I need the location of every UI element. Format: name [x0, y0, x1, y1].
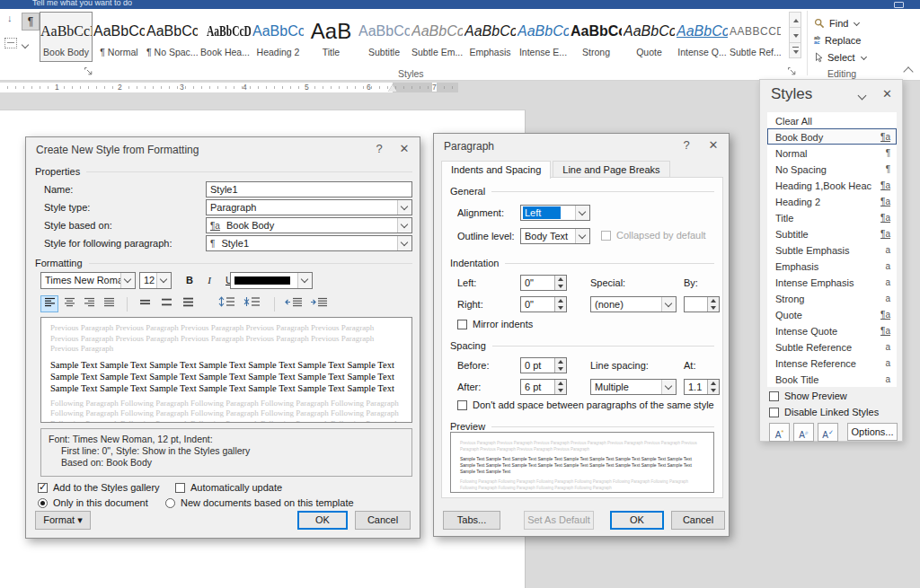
style-gallery-item[interactable]: AaBbCcDc Quote: [623, 12, 676, 62]
show-preview-checkbox[interactable]: Show Preview: [769, 391, 847, 401]
gallery-scroll-down-button[interactable]: [789, 27, 801, 43]
indent-right-spinner[interactable]: 0": [520, 296, 567, 312]
collapsed-by-default-checkbox[interactable]: Collapsed by default: [601, 230, 706, 241]
styles-pane-close-icon[interactable]: ✕: [882, 87, 892, 101]
tabs-button[interactable]: Tabs...: [443, 511, 500, 530]
style-gallery-item[interactable]: AaBbCcDdE Book Hea...: [199, 12, 252, 62]
close-icon[interactable]: ✕: [391, 137, 418, 161]
styles-list-item[interactable]: Normal ¶: [767, 145, 897, 161]
styles-list-item[interactable]: Heading 2 ¶a: [767, 193, 897, 209]
name-input[interactable]: Style1: [206, 181, 412, 197]
font-name-dropdown[interactable]: Times New Roman: [40, 272, 136, 289]
new-style-button[interactable]: A*: [769, 423, 790, 442]
double-spacing-button[interactable]: [179, 295, 197, 312]
align-right-button[interactable]: [80, 295, 98, 312]
style-gallery-item[interactable]: AaBbCcDc Subtle Em...: [411, 12, 464, 62]
align-justify-button[interactable]: [100, 295, 118, 312]
italic-button[interactable]: I: [200, 272, 218, 289]
single-spacing-button[interactable]: [136, 295, 154, 312]
manage-styles-button[interactable]: A✓: [818, 423, 838, 442]
decrease-space-after-button[interactable]: [242, 295, 263, 312]
style-gallery-item[interactable]: AaBbCcDc Emphasis: [464, 12, 517, 62]
options-button[interactable]: Options...: [847, 423, 898, 441]
gallery-scroll-up-button[interactable]: [789, 12, 801, 28]
indent-left-spinner[interactable]: 0": [520, 275, 567, 291]
outline-level-dropdown[interactable]: Body Text: [520, 228, 590, 244]
increase-indent-button[interactable]: [308, 295, 330, 312]
styles-list-item[interactable]: Quote ¶a: [767, 306, 897, 322]
styles-list-item[interactable]: Emphasis a: [767, 258, 897, 274]
gallery-more-button[interactable]: [789, 42, 801, 58]
ok-button[interactable]: OK: [610, 511, 664, 530]
style-gallery-item[interactable]: AaBbCcDc Intense Q...: [676, 12, 729, 62]
font-size-dropdown[interactable]: 12: [139, 272, 172, 289]
style-gallery-item[interactable]: AaBbCcDc ¶ No Spac...: [146, 12, 199, 62]
style-based-on-dropdown[interactable]: ¶a Book Body: [206, 217, 412, 233]
before-spinner[interactable]: 0 pt: [520, 357, 567, 373]
only-this-document-radio[interactable]: Only in this document: [38, 497, 148, 508]
style-gallery-item[interactable]: AaBbCcDc Strong: [570, 12, 623, 62]
tell-me-bar[interactable]: Tell me what you want to do: [0, 0, 920, 9]
alignment-dropdown[interactable]: Left: [520, 205, 590, 221]
styles-list-item[interactable]: Intense Reference a: [767, 355, 897, 371]
style-gallery-item[interactable]: AaBbCcD Subtitle: [358, 12, 411, 62]
close-icon[interactable]: ✕: [700, 134, 727, 157]
horizontal-ruler[interactable]: 1 2 3 4 5 6 7: [0, 83, 458, 92]
automatically-update-checkbox[interactable]: Automatically update: [175, 482, 282, 493]
line-spacing-dropdown[interactable]: Multiple: [590, 379, 677, 395]
align-left-button[interactable]: [40, 295, 58, 312]
find-button[interactable]: Find: [814, 15, 859, 31]
style-inspector-button[interactable]: A⌕: [793, 423, 814, 442]
styles-list-item[interactable]: Intense Emphasis a: [767, 274, 897, 290]
format-button[interactable]: Format ▾: [35, 511, 91, 530]
one-half-spacing-button[interactable]: [157, 295, 175, 312]
set-as-default-button[interactable]: Set As Default: [524, 511, 594, 530]
dialog-tab[interactable]: Indents and Spacing: [441, 161, 551, 179]
mirror-indents-checkbox[interactable]: Mirror indents: [457, 319, 533, 329]
after-spinner[interactable]: 6 pt: [520, 379, 567, 395]
styles-pane-chevron-icon[interactable]: [858, 92, 867, 101]
styles-list-item[interactable]: No Spacing ¶: [767, 161, 897, 177]
style-gallery-item[interactable]: AaBbCcDc ¶ Normal: [93, 12, 146, 62]
borders-icon[interactable]: [4, 38, 17, 48]
styles-list-item[interactable]: Book Body ¶a: [767, 128, 897, 145]
styles-list-item[interactable]: Title ¶a: [767, 209, 897, 225]
dont-add-space-checkbox[interactable]: Don't add space between paragraphs of th…: [457, 399, 714, 410]
styles-list-item[interactable]: Clear All: [767, 112, 897, 128]
help-icon[interactable]: ?: [673, 134, 700, 157]
line-spacing-arrow-icon[interactable]: ↓: [7, 13, 13, 23]
comment-icon[interactable]: [894, 2, 904, 8]
style-type-dropdown[interactable]: Paragraph: [206, 199, 412, 215]
styles-list-item[interactable]: Intense Quote ¶a: [767, 322, 897, 338]
by-spinner[interactable]: [684, 296, 720, 312]
font-color-dropdown[interactable]: [230, 272, 313, 289]
cancel-button[interactable]: Cancel: [355, 511, 411, 530]
styles-list-item[interactable]: Book Title a: [767, 371, 897, 387]
right-indent-marker[interactable]: [388, 84, 397, 92]
styles-dialog-launcher-icon[interactable]: [787, 66, 797, 76]
select-button[interactable]: Select: [814, 49, 866, 66]
style-gallery-item[interactable]: AaB Title: [305, 12, 358, 62]
increase-space-before-button[interactable]: [217, 295, 238, 312]
style-gallery-item[interactable]: AaBbCcC Heading 2: [252, 12, 305, 62]
at-spinner[interactable]: 1.1: [684, 379, 720, 395]
decrease-indent-button[interactable]: [283, 295, 305, 312]
bold-button[interactable]: B: [181, 272, 199, 289]
style-gallery-item[interactable]: AABBCCDC Subtle Ref...: [729, 12, 782, 62]
disable-linked-styles-checkbox[interactable]: Disable Linked Styles: [769, 407, 879, 417]
show-formatting-marks-button[interactable]: ¶: [22, 13, 40, 31]
ok-button[interactable]: OK: [297, 511, 348, 530]
new-documents-radio[interactable]: New documents based on this template: [165, 497, 354, 508]
add-to-gallery-checkbox[interactable]: Add to the Styles gallery: [38, 482, 160, 493]
styles-list-item[interactable]: Strong a: [767, 290, 897, 306]
styles-list-item[interactable]: Subtle Emphasis a: [767, 241, 897, 258]
special-dropdown[interactable]: (none): [590, 296, 677, 312]
style-gallery-item[interactable]: AaBbCcI Book Body: [40, 12, 93, 62]
borders-chevron-icon[interactable]: [22, 41, 29, 48]
cancel-button[interactable]: Cancel: [671, 511, 725, 530]
styles-list-item[interactable]: Subtle Reference a: [767, 338, 897, 355]
styles-list-item[interactable]: Subtitle ¶a: [767, 225, 897, 241]
paragraph-dialog-launcher-icon[interactable]: [84, 66, 93, 76]
style-gallery-item[interactable]: AaBbCcDc Intense E...: [517, 12, 570, 62]
help-icon[interactable]: ?: [366, 137, 393, 161]
